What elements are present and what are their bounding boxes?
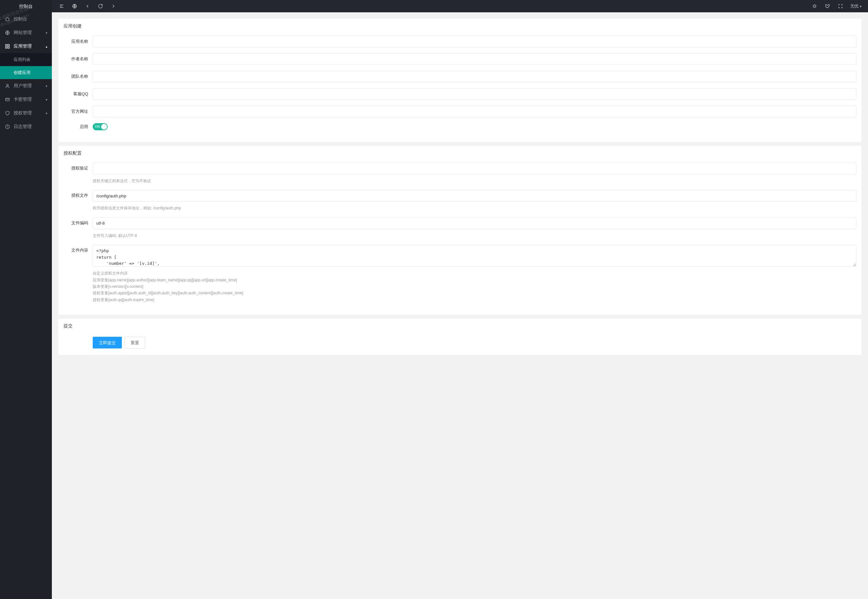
sidebar-sub-app-create[interactable]: 创建应用	[0, 66, 52, 79]
svg-rect-1	[6, 44, 7, 46]
svg-rect-6	[6, 98, 9, 101]
sidebar-menu: 控制台 网站管理 ▾ 应用管理 ▴ 应用列表 创建应用 用户管理 ▾ 卡密管理 …	[0, 12, 52, 134]
textarea-file-content[interactable]	[93, 245, 856, 267]
card-icon	[5, 97, 11, 102]
label-team: 团队名称	[63, 74, 93, 80]
sidebar-item-label: 网站管理	[14, 30, 32, 36]
sidebar-brand: 控制台	[0, 0, 52, 12]
sidebar-toggle-icon[interactable]	[55, 0, 68, 12]
clock-icon	[5, 124, 11, 129]
grid-icon	[5, 44, 11, 49]
fullscreen-icon[interactable]	[834, 0, 847, 12]
label-url: 官方网址	[63, 108, 93, 114]
user-icon	[5, 83, 11, 89]
globe-icon[interactable]	[68, 0, 81, 12]
input-encoding[interactable]	[93, 218, 856, 229]
svg-rect-2	[8, 44, 9, 46]
input-auth-verify[interactable]	[93, 163, 856, 175]
input-team[interactable]	[93, 71, 856, 82]
user-name: 无忧	[850, 3, 859, 9]
chevron-down-icon: ▾	[46, 31, 47, 35]
submit-button[interactable]: 立即提交	[93, 337, 122, 348]
switch-on-text: ON	[95, 123, 100, 130]
label-qq: 客服QQ	[63, 91, 93, 97]
sidebar-item-card[interactable]: 卡密管理 ▾	[0, 93, 52, 106]
svg-rect-4	[8, 47, 9, 48]
svg-rect-3	[6, 47, 7, 48]
card-auth-config: 授权配置 授权验证 授权关键正则表达式，空为不验证 授权文件 程序授权信息文件保…	[58, 146, 862, 315]
sidebar-item-label: 控制台	[14, 16, 27, 22]
card-submit: 提交 立即提交 重置	[58, 319, 862, 355]
chevron-down-icon: ▾	[860, 5, 862, 8]
help-auth-file: 程序授权信息文件保存地址，例如: /config/auth.php	[93, 205, 856, 211]
card-title: 应用创建	[58, 19, 862, 34]
help-encoding: 文件写入编码, 默认UTF-8	[93, 232, 856, 239]
sidebar-item-label: 用户管理	[14, 83, 32, 89]
chevron-up-icon: ▴	[46, 45, 47, 48]
label-enable: 启用	[63, 124, 93, 129]
theme-icon[interactable]	[808, 0, 821, 12]
card-title: 提交	[58, 319, 862, 334]
card-title: 授权配置	[58, 146, 862, 161]
switch-enable[interactable]: ON	[93, 123, 108, 130]
note-icon[interactable]	[821, 0, 834, 12]
chevron-down-icon: ▾	[46, 84, 47, 88]
label-file-content: 文件内容	[63, 245, 93, 253]
refresh-icon[interactable]	[94, 0, 107, 12]
shield-icon	[5, 110, 11, 116]
input-qq[interactable]	[93, 88, 856, 100]
svg-point-9	[814, 5, 816, 8]
help-auth-verify: 授权关键正则表达式，空为不验证	[93, 178, 856, 184]
label-auth-verify: 授权验证	[63, 163, 93, 171]
sidebar-sub-app-list[interactable]: 应用列表	[0, 53, 52, 66]
chevron-down-icon: ▾	[46, 111, 47, 115]
sidebar-item-label: 应用管理	[14, 44, 32, 49]
sidebar-item-auth[interactable]: 授权管理 ▾	[0, 106, 52, 120]
sidebar-submenu-app: 应用列表 创建应用	[0, 53, 52, 79]
user-menu[interactable]: 无忧▾	[847, 3, 865, 9]
card-app-create: 应用创建 应用名称 作者名称 团队名称 客服QQ 官方网址	[58, 19, 862, 142]
input-auth-file[interactable]	[93, 190, 856, 202]
header: 无忧▾	[52, 0, 868, 12]
switch-knob	[101, 124, 107, 129]
back-icon[interactable]	[81, 0, 94, 12]
input-app-name[interactable]	[93, 36, 856, 47]
home-icon	[5, 17, 11, 22]
reset-button[interactable]: 重置	[125, 337, 145, 348]
sidebar-item-log[interactable]: 日志管理	[0, 120, 52, 134]
input-url[interactable]	[93, 106, 856, 117]
label-author: 作者名称	[63, 56, 93, 62]
chevron-down-icon: ▾	[46, 98, 47, 101]
svg-point-5	[6, 84, 8, 86]
forward-icon[interactable]	[107, 0, 120, 12]
sidebar-item-dashboard[interactable]: 控制台	[0, 12, 52, 26]
sidebar-item-label: 授权管理	[14, 110, 32, 116]
sidebar-item-label: 卡密管理	[14, 96, 32, 102]
globe-icon	[5, 30, 11, 35]
help-file-content: 自定义授权文件内容 应用变量[app.name][app.author][app…	[93, 270, 856, 303]
sidebar-item-label: 日志管理	[14, 124, 32, 129]
label-app-name: 应用名称	[63, 39, 93, 44]
sidebar: 控制台 控制台 网站管理 ▾ 应用管理 ▴ 应用列表 创建应用 用户管理 ▾ 卡…	[0, 0, 52, 365]
input-author[interactable]	[93, 53, 856, 65]
main-content: 应用创建 应用名称 作者名称 团队名称 客服QQ 官方网址	[52, 12, 868, 365]
sidebar-item-site[interactable]: 网站管理 ▾	[0, 26, 52, 39]
label-encoding: 文件编码	[63, 218, 93, 226]
label-auth-file: 授权文件	[63, 190, 93, 199]
sidebar-item-app[interactable]: 应用管理 ▴	[0, 39, 52, 53]
sidebar-item-user[interactable]: 用户管理 ▾	[0, 79, 52, 93]
